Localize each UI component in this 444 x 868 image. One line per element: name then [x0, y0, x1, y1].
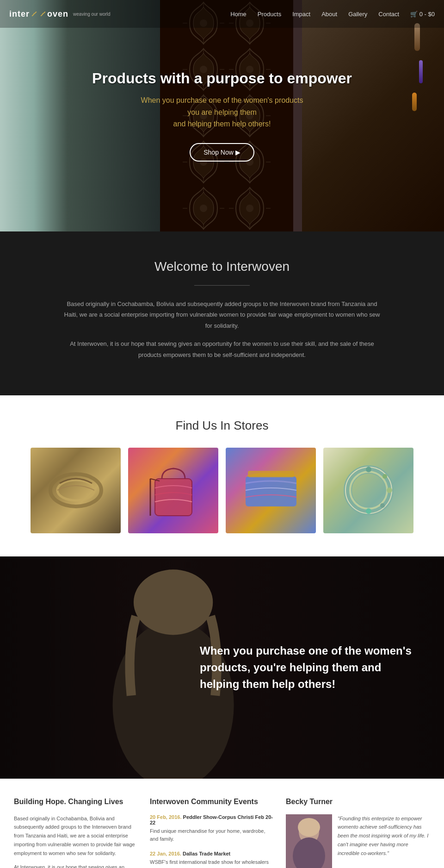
product-item-bag[interactable] — [128, 448, 218, 533]
product-item-wallet[interactable] — [226, 448, 316, 533]
event-2: 22 Jan, 2016. Dallas Trade Market WSBF's… — [150, 851, 275, 868]
cart-badge[interactable]: 🛒 0 - $0 — [410, 11, 435, 18]
building-hope-col: Building Hope. Changing Lives Based orig… — [14, 797, 139, 868]
hero-content: Products with a purpose to empower When … — [83, 70, 361, 162]
impact-section: When you purchase one of the women's pro… — [0, 556, 444, 779]
svg-point-12 — [366, 467, 371, 472]
logo-symbol: ⟋⟋ — [30, 9, 47, 19]
nav-links: Home Products Impact About Gallery Conta… — [230, 10, 435, 18]
event-2-desc: WSBF's first international trade show fo… — [150, 858, 275, 868]
stores-title: Find Us In Stores — [14, 418, 430, 433]
building-hope-body-1: Based originally in Cochabamba, Bolivia … — [14, 814, 139, 857]
becky-photo — [286, 814, 332, 868]
svg-point-14 — [387, 487, 392, 493]
becky-quote: "Founding this enterprize to empower wom… — [338, 814, 430, 868]
navbar: inter⟋⟋oven weaving our world Home Produ… — [0, 0, 444, 28]
stores-section: Find Us In Stores — [0, 395, 444, 556]
welcome-body-2: At Interwoven, it is our hope that sewin… — [60, 338, 384, 360]
event-1-date: 20 Feb, 2016. Peddler Show-Corpus Christ… — [150, 814, 275, 825]
events-col: Interwoven Community Events 20 Feb, 2016… — [150, 797, 275, 868]
hero-title: Products with a purpose to empower — [83, 70, 361, 87]
events-title: Interwoven Community Events — [150, 797, 275, 807]
svg-rect-4 — [155, 479, 192, 516]
event-2-date: 22 Jan, 2016. Dallas Trade Market — [150, 851, 275, 856]
svg-point-13 — [382, 474, 387, 479]
product-item-bracelet[interactable] — [323, 448, 413, 533]
welcome-title: Welcome to Interwoven — [18, 259, 426, 274]
event-1-desc: Find unique merchandise for your home, w… — [150, 827, 275, 843]
nav-contact[interactable]: Contact — [378, 11, 399, 18]
shop-now-button[interactable]: Shop Now ▶ — [190, 143, 254, 162]
bottom-section: Building Hope. Changing Lives Based orig… — [0, 779, 444, 868]
nav-gallery[interactable]: Gallery — [348, 11, 367, 18]
svg-point-10 — [350, 472, 387, 509]
welcome-divider — [194, 285, 250, 286]
svg-point-23 — [298, 818, 320, 837]
impact-quote: When you purchase one of the women's pro… — [200, 643, 422, 693]
logo-text: inter⟋⟋oven — [9, 9, 68, 19]
hero-subtitle: When you purchase one of the women's pro… — [83, 94, 361, 130]
svg-rect-8 — [248, 471, 294, 477]
nav-home[interactable]: Home — [230, 11, 247, 18]
becky-title: Becky Turner — [286, 797, 430, 807]
event-1: 20 Feb, 2016. Peddler Show-Corpus Christ… — [150, 814, 275, 843]
hero-section: Products with a purpose to empower When … — [0, 0, 444, 231]
svg-point-16 — [366, 508, 371, 514]
svg-point-3 — [57, 480, 94, 500]
nav-products[interactable]: Products — [258, 11, 281, 18]
svg-point-15 — [380, 503, 385, 508]
welcome-body-1: Based originally in Cochabamba, Bolivia … — [60, 299, 384, 331]
logo-tagline: weaving our world — [73, 12, 111, 17]
nav-impact[interactable]: Impact — [292, 11, 310, 18]
welcome-section: Welcome to Interwoven Based originally i… — [0, 231, 444, 395]
impact-text: When you purchase one of the women's pro… — [200, 643, 422, 693]
building-hope-title: Building Hope. Changing Lives — [14, 797, 139, 807]
logo[interactable]: inter⟋⟋oven weaving our world — [9, 9, 111, 19]
becky-inner: "Founding this enterprize to empower wom… — [286, 814, 430, 868]
stores-grid — [14, 448, 430, 533]
product-item-scarf[interactable] — [31, 448, 121, 533]
becky-col: Becky Turner "Founding this enterprize t… — [286, 797, 430, 868]
nav-about[interactable]: About — [321, 11, 337, 18]
building-hope-body-2: At Interwoven, it is our hope that sewin… — [14, 863, 139, 868]
